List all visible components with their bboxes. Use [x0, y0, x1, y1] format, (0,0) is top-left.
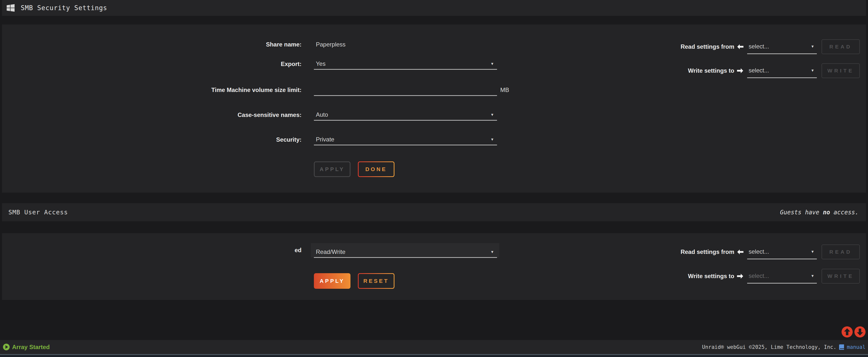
chevron-down-icon: ▼: [811, 44, 814, 49]
apply-button[interactable]: APPLY: [314, 161, 350, 177]
write-settings-label: Write settings to: [688, 67, 734, 74]
arrow-left-icon: [737, 249, 744, 255]
book-icon: [839, 344, 844, 350]
footer-right: Unraid® webGui ©2025, Lime Technology, I…: [702, 344, 866, 350]
scroll-buttons: [842, 326, 866, 337]
chevron-down-icon: ▼: [490, 137, 494, 141]
windows-logo-icon: [6, 4, 15, 12]
write-settings-label: Write settings to: [688, 273, 734, 279]
done-button[interactable]: DONE: [358, 161, 395, 177]
footer-bar: Array Started Unraid® webGui ©2025, Lime…: [0, 340, 868, 354]
write-settings-select[interactable]: select... ▼: [747, 269, 817, 284]
reset-button[interactable]: RESET: [358, 273, 395, 289]
scroll-down-icon[interactable]: [855, 326, 866, 337]
chevron-down-icon: ▼: [811, 68, 814, 72]
smb-security-panel: Share name: Paperpless Export: Yes ▼ Tim…: [2, 25, 866, 192]
scroll-up-icon[interactable]: [842, 326, 853, 337]
array-status: Array Started: [3, 344, 50, 351]
smb-user-access-title: SMB User Access: [8, 209, 68, 216]
chevron-down-icon: ▼: [490, 62, 494, 66]
read-settings-row: Read settings from select... ▼ READ: [681, 244, 860, 260]
export-label: Export:: [2, 58, 302, 70]
guest-access-note: Guests have no access.: [780, 209, 859, 216]
time-machine-limit-input[interactable]: [314, 85, 497, 96]
array-status-text: Array Started: [12, 344, 50, 351]
read-settings-row: Read settings from select... ▼ READ: [681, 39, 860, 54]
time-machine-unit: MB: [500, 84, 509, 96]
read-settings-label: Read settings from: [681, 43, 734, 50]
smb-user-access-header: SMB User Access Guests have no access.: [2, 203, 866, 221]
case-sensitive-label: Case-sensitive names:: [2, 109, 302, 121]
user-label: ed: [2, 243, 302, 257]
share-name-label: Share name:: [2, 39, 302, 50]
bottom-edge-fill: [0, 355, 868, 357]
arrow-left-icon: [737, 44, 744, 50]
security-label: Security:: [2, 134, 302, 145]
chevron-down-icon: ▼: [490, 250, 494, 254]
manual-link[interactable]: manual: [847, 344, 866, 350]
bottom-edge: [0, 354, 868, 357]
security-select[interactable]: Private ▼: [314, 134, 497, 145]
write-settings-row: Write settings to select... ▼ WRITE: [688, 268, 860, 284]
write-settings-select[interactable]: select... ▼: [747, 63, 817, 78]
read-settings-select[interactable]: select... ▼: [747, 39, 817, 54]
smb-user-access-panel: ed Read/Write ▼ APPLY RESET Read setting…: [2, 233, 866, 300]
read-settings-label: Read settings from: [681, 248, 734, 256]
write-button[interactable]: WRITE: [822, 63, 860, 78]
page-title: SMB Security Settings: [21, 4, 107, 11]
arrow-right-icon: [737, 68, 744, 73]
share-name-value: Paperpless: [316, 39, 345, 50]
chevron-down-icon: ▼: [490, 113, 494, 117]
export-select[interactable]: Yes ▼: [314, 58, 497, 70]
user-access-select[interactable]: Read/Write ▼: [314, 246, 497, 258]
chevron-down-icon: ▼: [811, 274, 814, 278]
write-button[interactable]: WRITE: [822, 269, 860, 284]
arrow-right-icon: [737, 273, 744, 279]
apply-button[interactable]: APPLY: [314, 273, 350, 289]
copyright-text: Unraid® webGui ©2025, Lime Technology, I…: [702, 344, 836, 350]
read-settings-select[interactable]: select... ▼: [747, 244, 817, 259]
page-header: SMB Security Settings: [2, 0, 866, 16]
time-machine-limit-label: Time Machine volume size limit:: [2, 84, 302, 96]
read-button[interactable]: READ: [822, 244, 860, 259]
chevron-down-icon: ▼: [811, 249, 814, 254]
play-circle-icon: [3, 344, 10, 350]
write-settings-row: Write settings to select... ▼ WRITE: [688, 63, 860, 78]
read-button[interactable]: READ: [822, 39, 860, 54]
case-sensitive-select[interactable]: Auto ▼: [314, 109, 497, 121]
